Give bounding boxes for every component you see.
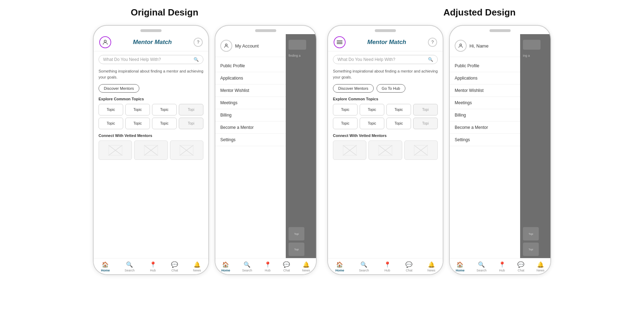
adjusted-drawer-become-mentor[interactable]: Become a Mentor — [450, 121, 520, 134]
original-nav-home[interactable]: 🏠 Home — [101, 261, 110, 272]
adjusted-nav-news[interactable]: 🔔 News — [427, 261, 435, 272]
adjusted-go-to-hub-button[interactable]: Go To Hub — [377, 84, 405, 93]
original-nav-search[interactable]: 🔍 Search — [125, 261, 135, 272]
original-drawer-billing[interactable]: Billing — [215, 109, 286, 121]
original-nav-news[interactable]: 🔔 News — [193, 261, 201, 272]
adjusted-drawer-nav-hub[interactable]: 📍 Hub — [499, 261, 506, 272]
original-topic-5[interactable]: Topic — [99, 118, 123, 129]
adjusted-nav-chat[interactable]: 💬 Chat — [405, 261, 412, 272]
adjusted-drawer-person-icon — [455, 40, 467, 52]
original-topic-1[interactable]: Topic — [99, 104, 123, 115]
original-search-icon: 🔍 — [194, 57, 199, 62]
adjusted-drawer-applications[interactable]: Applications — [450, 72, 520, 84]
original-nav-hub[interactable]: 📍 Hub — [150, 261, 157, 272]
overlay-topic-partial-2: Topi — [289, 243, 304, 256]
adjusted-phone-notch-2 — [490, 29, 511, 32]
original-mentor-card-1[interactable] — [99, 140, 132, 160]
original-person-icon-button[interactable] — [99, 36, 111, 48]
original-drawer-meetings[interactable]: Meetings — [215, 97, 286, 109]
adjusted-drawer-mentor-wishlist[interactable]: Mentor Wishlist — [450, 84, 520, 97]
original-help-icon[interactable]: ? — [194, 38, 203, 47]
adjusted-drawer-meetings[interactable]: Meetings — [450, 97, 520, 109]
adjusted-drawer-nav-news[interactable]: 🔔 News — [536, 261, 544, 272]
original-topic-8-partial[interactable]: Topi — [179, 118, 203, 129]
original-mentor-card-2[interactable] — [134, 140, 168, 160]
original-drawer-nav-chat[interactable]: 💬 Chat — [283, 261, 290, 272]
original-drawer-nav-hub[interactable]: 📍 Hub — [264, 261, 271, 272]
adjusted-help-icon[interactable]: ? — [428, 38, 437, 47]
original-topic-3[interactable]: Topic — [152, 104, 177, 115]
adj-overlay-inspirational: ing a — [520, 52, 550, 59]
adjusted-topic-6[interactable]: Topic — [360, 118, 384, 129]
original-topic-4-partial[interactable]: Topi — [179, 104, 203, 115]
original-topic-2[interactable]: Topic — [125, 104, 150, 115]
original-drawer-become-mentor[interactable]: Become a Mentor — [215, 121, 286, 134]
original-drawer-nav-home[interactable]: 🏠 Home — [221, 261, 230, 272]
svg-point-0 — [104, 40, 106, 42]
adjusted-drawer-nav-home[interactable]: 🏠 Home — [456, 261, 465, 272]
adjusted-topic-2[interactable]: Topic — [360, 104, 384, 115]
original-design-group: Mentor Match ? What Do You Need Help Wit… — [93, 25, 317, 275]
adjusted-search-bar[interactable]: What Do You Need Help With? 🔍 — [333, 55, 438, 64]
adjusted-drawer-user-label: Hi, Name — [469, 43, 488, 49]
adjusted-phone-notch — [375, 29, 396, 32]
adjusted-mentor-card-2[interactable] — [368, 140, 402, 160]
original-phone-drawer: My Account Public Profile Applications M… — [215, 25, 317, 275]
original-topic-7[interactable]: Topic — [152, 118, 177, 129]
adjusted-topic-4-partial[interactable]: Topi — [413, 104, 438, 115]
adj-overlay-topic-partial-1: Topi — [523, 227, 539, 240]
original-nav-chat[interactable]: 💬 Chat — [171, 261, 178, 272]
adjusted-drawer-header: Hi, Name — [450, 40, 520, 57]
adjusted-discover-mentors-button[interactable]: Discover Mentors — [333, 84, 374, 93]
adjusted-drawer-nav-search[interactable]: 🔍 Search — [476, 261, 487, 272]
original-drawer-nav-news[interactable]: 🔔 News — [302, 261, 310, 272]
adjusted-search-icon: 🔍 — [428, 57, 433, 62]
original-mentors-grid — [99, 140, 203, 160]
adjusted-drawer-public-profile[interactable]: Public Profile — [450, 60, 520, 72]
svg-point-10 — [225, 44, 227, 46]
adjusted-mentor-card-1[interactable] — [333, 140, 366, 160]
drawer-search-icon: 🔍 — [244, 261, 251, 268]
page-headers: Original Design Adjusted Design — [7, 7, 637, 18]
original-phone-content: What Do You Need Help With? 🔍 Something … — [94, 51, 208, 258]
chat-icon: 💬 — [171, 261, 178, 268]
adjusted-topic-5[interactable]: Topic — [333, 118, 358, 129]
adj-drawer-news-icon: 🔔 — [537, 261, 544, 268]
adjusted-topic-3[interactable]: Topic — [386, 104, 411, 115]
adjusted-mentor-card-3[interactable] — [404, 140, 438, 160]
adjusted-topics-label: Explore Common Topics — [333, 97, 438, 101]
original-drawer-applications[interactable]: Applications — [215, 72, 286, 84]
original-mentor-card-3[interactable] — [170, 140, 203, 160]
adjusted-topic-7[interactable]: Topic — [386, 118, 411, 129]
adjusted-drawer-overlay: ing a Topi Topi — [520, 34, 550, 258]
original-drawer-public-profile[interactable]: Public Profile — [215, 60, 286, 72]
adjusted-phone-main: Mentor Match ? What Do You Need Help Wit… — [327, 25, 443, 275]
svg-point-23 — [460, 44, 461, 46]
drawer-home-icon: 🏠 — [222, 261, 229, 268]
adjusted-menu-icon-button[interactable] — [334, 36, 346, 48]
original-bottom-nav: 🏠 Home 🔍 Search 📍 Hub 💬 Chat 🔔 Ne — [94, 258, 208, 274]
adjusted-nav-search[interactable]: 🔍 Search — [359, 261, 369, 272]
original-discover-mentors-button[interactable]: Discover Mentors — [99, 84, 139, 93]
adjusted-btn-row: Discover Mentors Go To Hub — [333, 84, 438, 93]
original-search-bar[interactable]: What Do You Need Help With? 🔍 — [99, 55, 203, 64]
original-drawer-mentor-wishlist[interactable]: Mentor Wishlist — [215, 84, 286, 97]
hub-icon: 📍 — [150, 261, 157, 268]
adjusted-topic-1[interactable]: Topic — [333, 104, 358, 115]
adjusted-drawer-nav-chat[interactable]: 💬 Chat — [517, 261, 524, 272]
adjusted-nav-home[interactable]: 🏠 Home — [335, 261, 344, 272]
adjusted-drawer-settings[interactable]: Settings — [450, 134, 520, 146]
home-icon: 🏠 — [102, 261, 109, 268]
adj-drawer-hub-icon: 📍 — [499, 261, 506, 268]
drawer-news-icon: 🔔 — [303, 261, 310, 268]
original-drawer-settings[interactable]: Settings — [215, 134, 286, 146]
adj-chat-icon: 💬 — [405, 261, 412, 268]
phone-notch — [140, 29, 162, 32]
original-drawer-nav-search[interactable]: 🔍 Search — [242, 261, 252, 272]
adjusted-nav-hub[interactable]: 📍 Hub — [384, 261, 391, 272]
adjusted-topic-8-partial[interactable]: Topi — [413, 118, 438, 129]
adjusted-drawer-billing[interactable]: Billing — [450, 109, 520, 121]
original-topics-grid: Topic Topic Topic Topi Topic Topic Topic… — [99, 104, 203, 129]
adjusted-phone-content: What Do You Need Help With? 🔍 Something … — [328, 51, 443, 258]
original-topic-6[interactable]: Topic — [125, 118, 150, 129]
